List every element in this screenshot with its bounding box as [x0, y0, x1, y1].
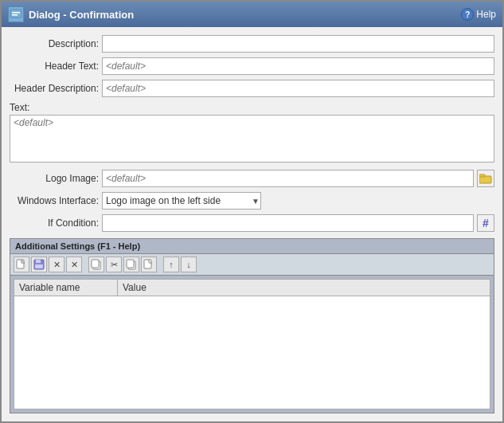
logo-image-label: Logo Image: [10, 173, 99, 184]
svg-rect-14 [144, 260, 151, 268]
table-header-variable-name: Variable name [14, 280, 118, 296]
windows-interface-label: Windows Interface: [10, 195, 99, 206]
svg-rect-4 [479, 174, 485, 177]
toolbar-move-down-btn[interactable]: ↓ [181, 257, 197, 272]
toolbar-separator-1 [84, 257, 87, 272]
header-text-label: Header Text: [10, 61, 99, 72]
if-condition-input[interactable] [102, 214, 474, 232]
additional-settings-header: Additional Settings (F1 - Help) [10, 239, 494, 254]
toolbar-separator-2 [158, 257, 162, 272]
svg-rect-8 [36, 260, 41, 263]
description-row: Description: [10, 35, 494, 53]
if-condition-label: If Condition: [10, 217, 99, 229]
svg-rect-1 [12, 12, 20, 14]
dropdown-wrapper: Logo image on the left side Logo image o… [102, 192, 261, 210]
toolbar-duplicate-btn[interactable] [141, 257, 157, 272]
if-condition-row: If Condition: # [10, 214, 494, 232]
header-text-input[interactable] [102, 57, 494, 75]
dialog-icon [8, 6, 24, 22]
title-text: Dialog - Confirmation [29, 9, 134, 21]
help-icon: ? [461, 8, 474, 21]
text-section: Text: [10, 102, 494, 165]
toolbar-cut-btn[interactable]: ✂ [106, 257, 122, 272]
content-area: Description: Header Text: Header Descrip… [2, 27, 502, 421]
title-bar-left: Dialog - Confirmation [8, 6, 134, 22]
header-desc-label: Header Description: [10, 83, 99, 94]
svg-rect-13 [127, 260, 134, 268]
header-desc-row: Header Description: [10, 80, 494, 97]
toolbar: ✕ ✕ ✂ [10, 254, 494, 276]
toolbar-save-btn[interactable] [31, 257, 47, 272]
svg-rect-9 [35, 264, 43, 268]
main-window: Dialog - Confirmation ? Help Description… [0, 0, 504, 423]
toolbar-copy-btn[interactable] [88, 257, 104, 272]
table-body [14, 296, 490, 409]
text-input[interactable] [10, 115, 494, 163]
svg-rect-11 [92, 260, 99, 268]
header-desc-input[interactable] [102, 80, 494, 97]
windows-interface-row: Windows Interface: Logo image on the lef… [10, 192, 494, 210]
table-header-value: Value [118, 280, 490, 296]
toolbar-move-up-btn[interactable]: ↑ [163, 257, 179, 272]
description-label: Description: [10, 38, 99, 49]
help-button[interactable]: ? Help [461, 8, 496, 21]
windows-interface-select[interactable]: Logo image on the left side Logo image o… [102, 192, 261, 210]
logo-browse-button[interactable] [477, 170, 494, 187]
help-label: Help [476, 9, 496, 20]
toolbar-paste-btn[interactable] [123, 257, 139, 272]
textarea-wrapper [10, 115, 494, 165]
variables-table: Variable name Value [14, 279, 490, 409]
text-label: Text: [10, 102, 494, 113]
title-bar: Dialog - Confirmation ? Help [2, 2, 502, 27]
svg-rect-2 [12, 14, 18, 16]
table-header: Variable name Value [14, 280, 490, 296]
hash-button[interactable]: # [477, 214, 494, 232]
additional-settings-panel: Additional Settings (F1 - Help) [10, 238, 494, 413]
logo-image-row: Logo Image: [10, 170, 494, 187]
toolbar-delete-btn[interactable]: ✕ [49, 257, 64, 272]
logo-image-input[interactable] [102, 170, 474, 187]
header-text-row: Header Text: [10, 57, 494, 75]
description-input[interactable] [102, 35, 494, 53]
toolbar-cancel-btn[interactable]: ✕ [66, 257, 82, 272]
svg-rect-0 [10, 10, 21, 18]
toolbar-new-btn[interactable] [14, 257, 29, 272]
